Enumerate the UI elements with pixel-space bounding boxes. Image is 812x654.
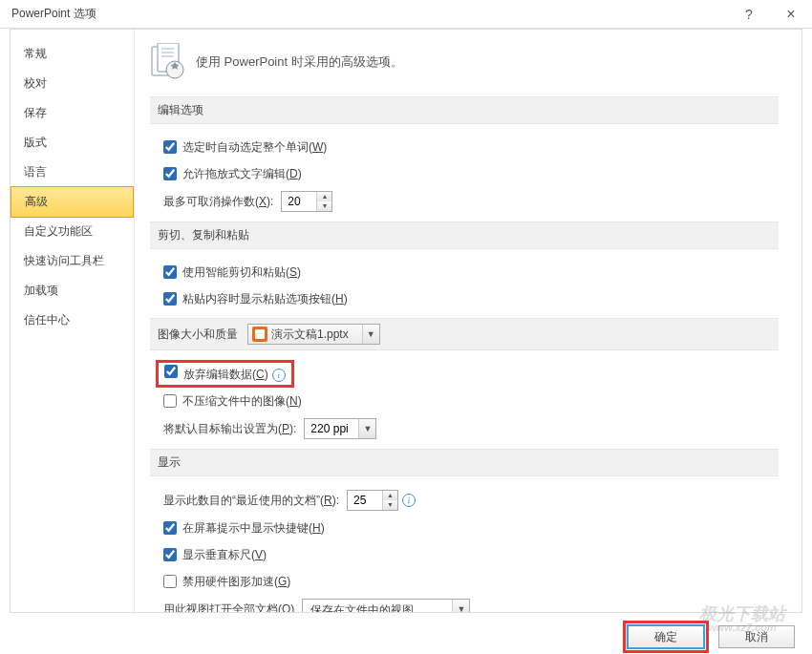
open-view-label: 用此视图打开全部文档(O) <box>163 601 294 613</box>
vertical-ruler-checkbox[interactable] <box>163 548 177 561</box>
max-undo-up[interactable]: ▲ <box>317 192 331 201</box>
sidebar-item-6[interactable]: 自定义功能区 <box>11 217 134 246</box>
sidebar-item-0[interactable]: 常规 <box>11 39 134 69</box>
discard-edit-label[interactable]: 放弃编辑数据(C) <box>183 368 268 381</box>
no-compress-label[interactable]: 不压缩文件中的图像(N) <box>182 393 302 410</box>
section-paste-title: 剪切、复制和粘贴 <box>150 222 779 249</box>
max-undo-stepper[interactable]: ▲▼ <box>281 191 332 212</box>
cancel-button[interactable]: 取消 <box>718 625 795 648</box>
chevron-down-icon[interactable]: ▼ <box>452 600 469 612</box>
smart-cut-checkbox[interactable] <box>163 265 177 279</box>
image-file-dropdown[interactable]: 演示文稿1.pptx▼ <box>247 324 380 345</box>
disable-hw-accel-checkbox[interactable] <box>163 575 177 588</box>
chevron-down-icon[interactable]: ▼ <box>362 325 379 344</box>
section-image-title: 图像大小和质量 演示文稿1.pptx▼ <box>150 318 779 350</box>
auto-select-word-checkbox[interactable] <box>163 140 177 154</box>
advanced-options-icon <box>150 43 184 81</box>
recent-docs-up[interactable]: ▲ <box>383 491 397 500</box>
close-button[interactable]: × <box>770 1 812 28</box>
section-display-title: 显示 <box>150 449 779 476</box>
drag-edit-label[interactable]: 允许拖放式文字编辑(D) <box>182 166 302 182</box>
paste-options-checkbox[interactable] <box>163 292 177 306</box>
show-shortcut-checkbox[interactable] <box>163 521 177 535</box>
sidebar-item-4[interactable]: 语言 <box>11 158 134 187</box>
no-compress-checkbox[interactable] <box>163 394 177 408</box>
smart-cut-label[interactable]: 使用智能剪切和粘贴(S) <box>182 264 301 281</box>
sidebar-item-2[interactable]: 保存 <box>11 98 134 128</box>
help-button[interactable]: ? <box>728 1 770 28</box>
paste-options-label[interactable]: 粘贴内容时显示粘贴选项按钮(H) <box>182 291 348 307</box>
highlight-ok-button: 确定 <box>623 621 709 653</box>
max-undo-input[interactable] <box>282 192 316 211</box>
open-view-dropdown[interactable]: 保存在文件中的视图▼ <box>302 599 470 612</box>
max-undo-label: 最多可取消操作数(X): <box>163 194 273 210</box>
recent-docs-stepper[interactable]: ▲▼ <box>347 490 398 511</box>
sidebar-item-3[interactable]: 版式 <box>11 128 134 158</box>
recent-docs-down[interactable]: ▼ <box>383 500 397 510</box>
window-title: PowerPoint 选项 <box>11 6 728 22</box>
header-subtitle: 使用 PowerPoint 时采用的高级选项。 <box>196 53 403 71</box>
drag-edit-checkbox[interactable] <box>163 167 177 180</box>
info-icon[interactable]: i <box>402 494 416 507</box>
max-undo-down[interactable]: ▼ <box>317 201 331 211</box>
target-output-dropdown[interactable]: ▼ <box>304 418 376 439</box>
info-icon[interactable]: i <box>272 369 286 382</box>
target-output-label: 将默认目标输出设置为(P): <box>163 421 296 437</box>
sidebar-item-8[interactable]: 加载项 <box>11 276 134 306</box>
disable-hw-accel-label[interactable]: 禁用硬件图形加速(G) <box>182 574 290 590</box>
sidebar-item-1[interactable]: 校对 <box>11 69 134 98</box>
recent-docs-input[interactable] <box>348 491 382 510</box>
ok-button[interactable]: 确定 <box>628 625 704 648</box>
discard-edit-checkbox[interactable] <box>164 365 178 378</box>
sidebar: 常规校对保存版式语言高级自定义功能区快速访问工具栏加载项信任中心 <box>11 30 135 612</box>
auto-select-word-label[interactable]: 选定时自动选定整个单词(W) <box>182 139 327 156</box>
sidebar-item-5[interactable]: 高级 <box>11 186 134 218</box>
sidebar-item-7[interactable]: 快速访问工具栏 <box>11 246 134 276</box>
pptx-file-icon <box>252 327 267 342</box>
section-edit-title: 编辑选项 <box>150 96 779 124</box>
highlight-discard-edit: 放弃编辑数据(C)i <box>156 360 294 388</box>
recent-docs-label: 显示此数目的“最近使用的文档”(R): <box>163 493 339 509</box>
chevron-down-icon[interactable]: ▼ <box>358 419 375 438</box>
options-content: 使用 PowerPoint 时采用的高级选项。 编辑选项 选定时自动选定整个单词… <box>135 30 801 612</box>
target-output-value[interactable] <box>305 419 358 438</box>
vertical-ruler-label[interactable]: 显示垂直标尺(V) <box>182 547 267 563</box>
show-shortcut-label[interactable]: 在屏幕提示中显示快捷键(H) <box>182 520 325 537</box>
sidebar-item-9[interactable]: 信任中心 <box>11 306 134 335</box>
